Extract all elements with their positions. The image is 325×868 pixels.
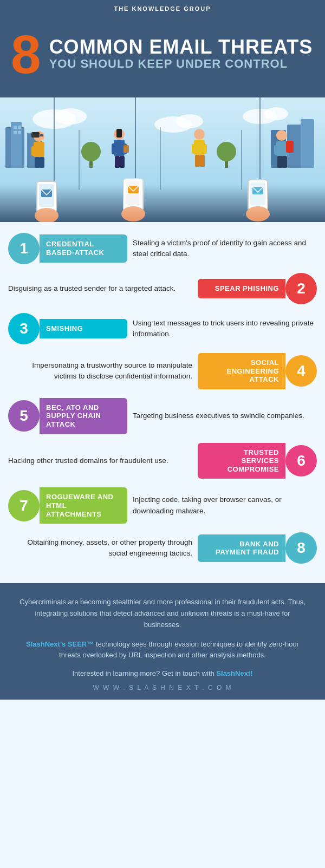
svg-rect-13 xyxy=(18,131,21,134)
svg-point-46 xyxy=(276,130,287,141)
svg-rect-21 xyxy=(79,130,80,190)
svg-rect-27 xyxy=(40,146,44,156)
threat-description-8: Obtaining money, assets, or other proper… xyxy=(8,532,192,564)
svg-point-2 xyxy=(54,108,87,125)
threat-label-box-3: SMISHING xyxy=(40,319,127,338)
threat-number-6: 6 xyxy=(285,445,317,477)
svg-rect-50 xyxy=(277,156,282,168)
threat-row-1: 1 CREDENTIAL BASED-ATTACK Stealing a vic… xyxy=(8,233,317,264)
svg-point-70 xyxy=(246,206,270,221)
big-number: 8 xyxy=(11,27,41,81)
threat-description-7: Injecting code, taking over browser canv… xyxy=(133,487,317,524)
svg-rect-45 xyxy=(200,155,205,167)
threat-label-8: BANK AND PAYMENT FRAUD xyxy=(204,540,279,557)
svg-point-20 xyxy=(217,142,236,161)
footer-contact-link[interactable]: SlashNext! xyxy=(216,669,252,677)
threat-badge-7: 7 ROGUEWARE AND HTML ATTACHMENTS xyxy=(8,487,127,524)
threat-row-6: Hacking other trusted domains for fraudu… xyxy=(8,443,317,479)
threats-section: 1 CREDENTIAL BASED-ATTACK Stealing a vic… xyxy=(0,222,325,583)
threat-label-7: ROGUEWARE AND HTML ATTACHMENTS xyxy=(46,493,121,518)
svg-rect-26 xyxy=(31,146,36,156)
svg-point-40 xyxy=(194,129,205,140)
threat-description-4: Impersonating a trustworthy source to ma… xyxy=(8,353,192,389)
threat-description-1: Stealing a victim's proof of identity to… xyxy=(133,233,317,264)
threat-badge-5: 5 BEC, ATO AND SUPPLY CHAIN ATTACK xyxy=(8,398,127,434)
illustration-svg xyxy=(0,97,325,222)
svg-rect-34 xyxy=(112,143,116,154)
svg-point-6 xyxy=(264,107,288,120)
threat-row-8: Obtaining money, assets, or other proper… xyxy=(8,532,317,564)
threat-label-6: TRUSTED SERVICES COMPROMISE xyxy=(204,448,279,474)
threat-label-3: SMISHING xyxy=(46,324,83,333)
threat-number-8: 8 xyxy=(285,532,317,564)
threat-row-5: 5 BEC, ATO AND SUPPLY CHAIN ATTACK Targe… xyxy=(8,398,317,434)
svg-rect-36 xyxy=(115,156,120,168)
threat-description-2: Disguising as a trusted sender for a tar… xyxy=(8,273,192,304)
svg-rect-52 xyxy=(286,141,294,153)
threat-label-box-4: SOCIAL ENGINEERING ATTACK xyxy=(198,353,285,389)
threat-description-6: Hacking other trusted domains for fraudu… xyxy=(8,443,192,479)
threat-label-box-1: CREDENTIAL BASED-ATTACK xyxy=(40,234,127,262)
svg-rect-37 xyxy=(120,156,125,168)
svg-rect-15 xyxy=(301,119,314,168)
svg-rect-30 xyxy=(31,132,40,138)
svg-rect-23 xyxy=(241,130,242,190)
threat-label-box-5: BEC, ATO AND SUPPLY CHAIN ATTACK xyxy=(40,398,127,434)
threat-label-2: SPEAR PHISHING xyxy=(215,284,279,293)
threat-row-7: 7 ROGUEWARE AND HTML ATTACHMENTS Injecti… xyxy=(8,487,317,524)
svg-point-4 xyxy=(176,114,203,128)
footer-url: W W W . S L A S H N E X T . C O M xyxy=(16,684,309,691)
svg-point-18 xyxy=(81,142,101,161)
threat-number-4: 4 xyxy=(285,355,317,387)
threat-description-5: Targeting business executives to swindle… xyxy=(133,398,317,434)
threat-row-4: Impersonating a trustworthy source to ma… xyxy=(8,353,317,389)
threat-row-3: 3 SMISHING Using text messages to trick … xyxy=(8,313,317,344)
top-bar: THE KNOWLEDGE GROUP xyxy=(0,0,325,16)
threat-label-box-8: BANK AND PAYMENT FRAUD xyxy=(198,534,285,562)
footer-seer: SlashNext's SEER™ technology sees throug… xyxy=(16,639,309,662)
top-bar-label: THE KNOWLEDGE GROUP xyxy=(114,5,211,12)
threat-number-7: 7 xyxy=(8,490,40,521)
threat-label-box-6: TRUSTED SERVICES COMPROMISE xyxy=(198,443,285,479)
svg-rect-43 xyxy=(203,144,207,154)
svg-rect-12 xyxy=(14,131,17,134)
footer-contact-text: Interested in learning more? Get in touc… xyxy=(72,669,216,677)
svg-rect-11 xyxy=(18,126,21,129)
threat-badge-6: 6 TRUSTED SERVICES COMPROMISE xyxy=(198,443,317,479)
threat-badge-1: 1 CREDENTIAL BASED-ATTACK xyxy=(8,233,127,264)
svg-rect-39 xyxy=(116,129,122,138)
threat-badge-8: 8 BANK AND PAYMENT FRAUD xyxy=(198,532,317,564)
footer-body: Cybercriminals are becoming stealthier a… xyxy=(16,597,309,630)
threat-label-box-2: SPEAR PHISHING xyxy=(198,279,285,298)
svg-rect-31 xyxy=(40,134,43,136)
footer: Cybercriminals are becoming stealthier a… xyxy=(0,583,325,700)
svg-point-66 xyxy=(121,206,145,221)
threat-number-2: 2 xyxy=(285,273,317,304)
svg-rect-10 xyxy=(14,126,17,129)
threat-badge-3: 3 SMISHING xyxy=(8,313,127,344)
title-main: COMMON EMAIL THREATS xyxy=(49,37,313,57)
svg-rect-51 xyxy=(282,156,287,168)
title-sub: YOU SHOULD KEEP UNDER CONTROL xyxy=(49,57,313,71)
threat-description-3: Using text messages to trick users into … xyxy=(133,313,317,344)
threat-label-box-7: ROGUEWARE AND HTML ATTACHMENTS xyxy=(40,487,127,524)
svg-rect-44 xyxy=(195,155,200,167)
threat-number-3: 3 xyxy=(8,313,40,344)
illustration xyxy=(0,97,325,222)
threat-badge-4: 4 SOCIAL ENGINEERING ATTACK xyxy=(198,353,317,389)
threat-label-1: CREDENTIAL BASED-ATTACK xyxy=(46,240,121,257)
threat-row-2: Disguising as a trusted sender for a tar… xyxy=(8,273,317,304)
svg-rect-48 xyxy=(274,145,278,155)
svg-rect-22 xyxy=(160,127,161,190)
svg-rect-42 xyxy=(192,144,196,154)
svg-rect-28 xyxy=(35,157,40,168)
threat-label-4: SOCIAL ENGINEERING ATTACK xyxy=(204,358,279,384)
threat-number-1: 1 xyxy=(8,233,40,264)
svg-rect-38 xyxy=(123,145,129,153)
footer-seer-text: technology sees through evasion techniqu… xyxy=(59,640,299,660)
title-text: COMMON EMAIL THREATS YOU SHOULD KEEP UND… xyxy=(49,37,313,71)
svg-rect-29 xyxy=(40,157,44,168)
title-section: 8 COMMON EMAIL THREATS YOU SHOULD KEEP U… xyxy=(0,16,325,97)
threat-number-5: 5 xyxy=(8,400,40,432)
footer-seer-brand: SlashNext's SEER™ xyxy=(26,640,94,648)
